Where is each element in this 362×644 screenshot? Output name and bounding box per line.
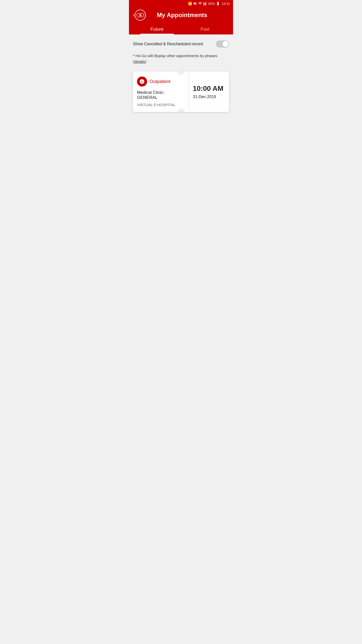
status-bar: 📶 82% 15:31 (129, 0, 233, 7)
tab-future[interactable]: Future (133, 24, 181, 34)
cancelled-toggle[interactable] (216, 41, 229, 48)
appointment-type: Outpatient (150, 79, 170, 84)
tab-past[interactable]: Past (181, 24, 229, 34)
outpatient-icon (137, 76, 147, 87)
battery-charging-icon (216, 2, 220, 6)
content-area: Show Cancelled & Rescheduled record * HA… (129, 34, 233, 118)
back-logo[interactable]: ‹ Go › (133, 10, 146, 21)
info-text: * HA Go will display other appointments … (133, 53, 229, 64)
info-suffix: ) (145, 59, 146, 64)
mute-icon (193, 2, 197, 6)
svg-text:Go: Go (140, 14, 142, 16)
details-link[interactable]: details (134, 59, 145, 64)
status-icons: 📶 82% (188, 2, 220, 6)
header: ‹ Go › My Appointments Future Past (129, 7, 233, 34)
toggle-label: Show Cancelled & Rescheduled record (133, 42, 216, 46)
cancelled-toggle-row: Show Cancelled & Rescheduled record (133, 41, 229, 48)
card-left: Outpatient Medical Clinic: GENERAL VIRTU… (133, 71, 188, 112)
app-logo: Go (135, 10, 146, 21)
appointment-time: 10:00 AM (193, 85, 223, 93)
hospital-name: VIRTUAL'S HOSPITAL (137, 103, 184, 107)
card-right: 10:00 AM 31-Dec-2019 (189, 71, 229, 112)
toggle-knob (222, 41, 229, 47)
outpatient-row: Outpatient (137, 76, 184, 87)
appointment-card[interactable]: Outpatient Medical Clinic: GENERAL VIRTU… (133, 71, 229, 112)
wifi-icon (198, 2, 202, 6)
page-title: My Appointments (149, 12, 215, 19)
clock: 15:31 (222, 2, 230, 6)
battery-percent: 82% (208, 2, 215, 6)
tab-bar: Future Past (133, 24, 229, 34)
svg-point-3 (141, 80, 142, 80)
card-divider (188, 74, 189, 109)
clinic-name: Medical Clinic: GENERAL (137, 90, 184, 100)
back-arrow-icon[interactable]: ‹ (133, 12, 135, 18)
bluetooth-icon: 📶 (188, 2, 192, 6)
appointment-date: 31-Dec-2019 (193, 95, 216, 99)
signal-icon (203, 2, 207, 6)
